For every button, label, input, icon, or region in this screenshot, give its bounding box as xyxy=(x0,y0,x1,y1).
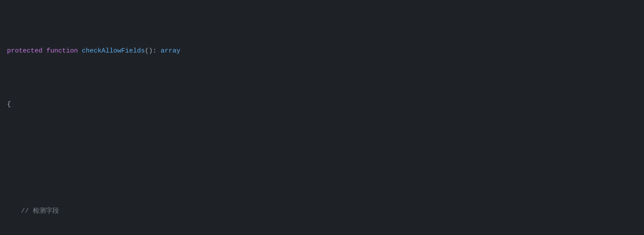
return-type: array xyxy=(161,47,180,55)
keyword-function: function xyxy=(46,47,78,55)
keyword-protected: protected xyxy=(7,47,42,55)
code-editor: protected function checkAllowFields(): a… xyxy=(0,0,644,235)
code-line-2: { xyxy=(0,99,644,110)
function-name: checkAllowFields xyxy=(82,47,145,55)
code-line-4: // 检测字段 xyxy=(0,206,644,217)
code-line-3 xyxy=(0,152,644,164)
code-line-1: protected function checkAllowFields(): a… xyxy=(0,46,644,57)
comment-detect-fields: // 检测字段 xyxy=(21,207,59,215)
